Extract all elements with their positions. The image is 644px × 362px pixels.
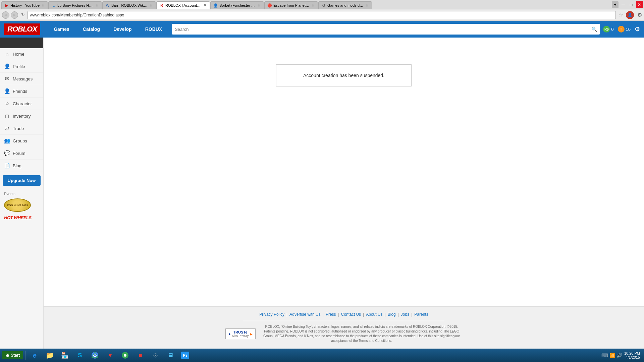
store-icon: 🏪: [60, 351, 69, 360]
taskbar-time-display: 10:20 PM: [624, 351, 640, 355]
tab-title-tab3: Ban - ROBLOX Wikia...: [111, 3, 148, 7]
sidebar-item-blog[interactable]: 📄 Blog: [0, 160, 43, 172]
taskbar-app-downloader[interactable]: ▼: [103, 350, 117, 361]
robux-count: 0: [611, 27, 613, 32]
taskbar-app-chrome2[interactable]: [118, 350, 132, 361]
refresh-button[interactable]: ↻: [19, 12, 26, 18]
new-tab-button[interactable]: +: [612, 1, 619, 8]
character-icon: ☆: [4, 101, 10, 107]
footer-link-contact[interactable]: Contact Us: [341, 312, 361, 317]
footer-link-privacy[interactable]: Privacy Policy: [259, 312, 284, 317]
hot-wheels-logo: HOT WHEELS: [4, 215, 39, 221]
sidebar-label-groups: Groups: [13, 138, 27, 143]
browser-tab-tab7[interactable]: G Games and mods de... ✕: [318, 1, 372, 9]
tab-close-tab4[interactable]: ✕: [203, 3, 207, 7]
taskbar-date-display: 4/1/2015: [626, 355, 640, 359]
browser-tab-tab3[interactable]: W Ban - ROBLOX Wikia... ✕: [102, 1, 156, 9]
content-area: Account creation has been suspended.: [44, 38, 644, 306]
taskbar-app-skype[interactable]: S: [73, 350, 87, 361]
redapp-icon: ■: [136, 351, 145, 360]
search-icon[interactable]: 🔍: [591, 26, 597, 32]
browser-tab-tab5[interactable]: 👤 Sorbet (Furchester H... ✕: [210, 1, 264, 9]
footer-link-press[interactable]: Press: [326, 312, 336, 317]
sidebar-label-messages: Messages: [13, 76, 33, 81]
sidebar-item-home[interactable]: ⌂ Home: [0, 48, 43, 60]
tickets-icon: T: [618, 26, 625, 33]
start-label: Start: [11, 353, 20, 358]
footer-link-about[interactable]: About Us: [366, 312, 382, 317]
tab-close-tab1[interactable]: ✕: [41, 4, 45, 7]
tab-close-tab6[interactable]: ✕: [311, 4, 315, 7]
sidebar-label-home: Home: [13, 52, 24, 57]
footer-link-parents[interactable]: Parents: [414, 312, 428, 317]
footer: Privacy Policy | Advertise with Us | Pre…: [44, 306, 644, 349]
sidebar-item-inventory[interactable]: ◻ Inventory: [0, 110, 43, 122]
nav-catalog[interactable]: Catalog: [76, 21, 107, 38]
nav-games[interactable]: Games: [47, 21, 76, 38]
tickets-counter[interactable]: T 10: [618, 26, 631, 33]
egg-hunt-badge[interactable]: EGG HUNT 2015: [4, 198, 39, 212]
tickets-count: 10: [626, 27, 631, 32]
taskbar-app-ie[interactable]: e: [28, 350, 42, 361]
taskbar-app-files[interactable]: 📁: [43, 350, 57, 361]
tab-favicon-tab5: 👤: [213, 3, 218, 8]
settings-icon[interactable]: ⚙: [637, 12, 642, 18]
suspended-message-box: Account creation has been suspended.: [276, 64, 412, 86]
browser-tab-tab2[interactable]: L Lp Sony Pictures Home... ✕: [48, 1, 102, 9]
groups-icon: 👥: [4, 138, 10, 144]
minimize-button[interactable]: ─: [620, 1, 627, 8]
hot-wheels-badge[interactable]: HOT WHEELS: [4, 215, 39, 221]
footer-link-advertise[interactable]: Advertise with Us: [289, 312, 321, 317]
forward-button[interactable]: ▶: [11, 11, 18, 19]
tab-favicon-tab6: 🔴: [267, 3, 272, 8]
sidebar-item-forum[interactable]: 💬 Forum: [0, 147, 43, 160]
taskbar-app-photoshop[interactable]: Ps: [178, 350, 192, 361]
bookmark-icon[interactable]: ☆: [619, 12, 623, 18]
tab-close-tab5[interactable]: ✕: [257, 4, 261, 7]
browser-tab-tab4[interactable]: R ROBLOX | Account C... ✕: [156, 1, 210, 9]
nav-develop[interactable]: Develop: [107, 21, 138, 38]
sidebar-label-profile: Profile: [13, 64, 25, 69]
sidebar-item-profile[interactable]: 👤 Profile: [0, 60, 43, 73]
close-button[interactable]: ✕: [636, 1, 643, 8]
sidebar-top-bar: [0, 38, 43, 48]
robux-counter[interactable]: R$ 0: [603, 26, 613, 33]
sidebar-item-messages[interactable]: ✉ Messages: [0, 73, 43, 85]
taskbar-app-desktop[interactable]: 🖥: [163, 350, 177, 361]
nav-robux[interactable]: ROBUX: [139, 21, 169, 38]
start-button[interactable]: ⊞ Start: [2, 351, 23, 359]
taskbar-app-redapp[interactable]: ■: [133, 350, 147, 361]
roblox-logo[interactable]: ROBLOX: [4, 23, 40, 35]
search-input[interactable]: [175, 27, 591, 32]
tab-favicon-tab4: R: [159, 3, 164, 8]
sidebar-label-trade: Trade: [13, 126, 24, 131]
taskbar-app-store[interactable]: 🏪: [58, 350, 72, 361]
browser-tab-tab6[interactable]: 🔴 Escape from Planet E... ✕: [264, 1, 318, 9]
taskbar-app-chrome[interactable]: [88, 350, 102, 361]
truste-badge[interactable]: ● TRUSTe Kids Privacy ▶: [225, 328, 256, 339]
tab-close-tab3[interactable]: ✕: [149, 4, 153, 7]
trade-icon: ⇄: [4, 125, 10, 131]
upgrade-button[interactable]: Upgrade Now: [3, 175, 41, 186]
browser-tab-tab1[interactable]: ▶ History - YouTube ✕: [1, 1, 48, 9]
tab-close-tab7[interactable]: ✕: [365, 4, 369, 7]
maximize-button[interactable]: □: [628, 1, 635, 8]
footer-link-blog[interactable]: Blog: [388, 312, 396, 317]
sidebar-item-friends[interactable]: 👤 Friends: [0, 85, 43, 98]
sidebar-item-character[interactable]: ☆ Character: [0, 98, 43, 110]
taskbar-app-disk[interactable]: ⊙: [148, 350, 162, 361]
inventory-icon: ◻: [4, 113, 10, 119]
browser-title-bar: ▶ History - YouTube ✕ L Lp Sony Pictures…: [0, 0, 644, 9]
browser-controls: ◀ ▶ ↻ ☆ 👤 ⚙: [0, 9, 644, 21]
footer-link-jobs[interactable]: Jobs: [401, 312, 409, 317]
settings-cog-icon[interactable]: ⚙: [635, 25, 640, 33]
downloader-icon: ▼: [106, 351, 114, 360]
tab-close-tab2[interactable]: ✕: [95, 4, 99, 7]
back-button[interactable]: ◀: [2, 11, 9, 19]
address-bar[interactable]: [28, 11, 616, 19]
sidebar-item-groups[interactable]: 👥 Groups: [0, 135, 43, 147]
main-layout: ⌂ Home 👤 Profile ✉ Messages 👤 Friends ☆ …: [0, 38, 644, 349]
sidebar-label-inventory: Inventory: [13, 114, 31, 119]
browser-tabs: ▶ History - YouTube ✕ L Lp Sony Pictures…: [1, 0, 372, 9]
sidebar-item-trade[interactable]: ⇄ Trade: [0, 122, 43, 135]
